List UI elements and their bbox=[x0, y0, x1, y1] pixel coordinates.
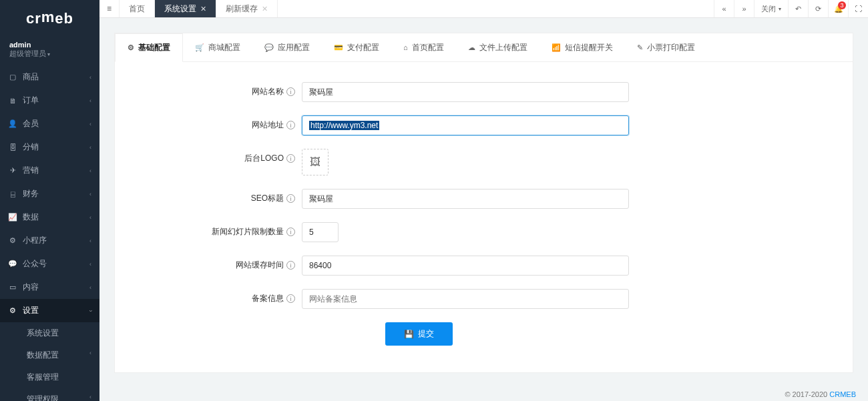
chevron-right-icon: ‹ bbox=[89, 74, 91, 81]
nav-item-data[interactable]: 📈数据‹ bbox=[0, 206, 99, 229]
close-dropdown[interactable]: 关闭▾ bbox=[754, 0, 788, 17]
ptab-label: 基础配置 bbox=[138, 42, 170, 53]
sub-item-data-config[interactable]: 数据配置‹ bbox=[0, 344, 99, 366]
label-seo-title: SEO标题i bbox=[128, 189, 302, 204]
user-icon: 👤 bbox=[8, 119, 17, 128]
refresh-button[interactable]: ⟳ bbox=[808, 0, 828, 17]
sub-item-system-settings[interactable]: 系统设置 bbox=[0, 322, 99, 344]
chevron-right-icon: ‹ bbox=[89, 214, 91, 221]
sub-label: 数据配置 bbox=[27, 350, 59, 360]
notifications-button[interactable]: 🔔3 bbox=[828, 0, 848, 17]
input-seo-title[interactable] bbox=[302, 189, 629, 209]
user-block: admin 超级管理员▾ bbox=[0, 37, 99, 65]
nav-label: 分销 bbox=[23, 141, 39, 153]
ptab-basic[interactable]: ⚙基础配置 bbox=[115, 33, 183, 62]
user-role-label: 超级管理员 bbox=[9, 49, 46, 57]
chevron-right-icon: ‹ bbox=[89, 167, 91, 174]
send-icon: ✈ bbox=[8, 166, 17, 175]
info-icon[interactable]: i bbox=[286, 121, 295, 129]
chevron-right-icon: ‹ bbox=[89, 121, 91, 127]
nav-menu: ▢商品‹ 🗎订单‹ 👤会员‹ 🗄分销‹ ✈营销‹ ⌸财务‹ 📈数据‹ ⚙小程序‹… bbox=[0, 65, 99, 401]
info-icon[interactable]: i bbox=[286, 261, 295, 270]
nav-item-miniapp[interactable]: ⚙小程序‹ bbox=[0, 229, 99, 252]
info-icon[interactable]: i bbox=[286, 87, 295, 96]
label-site-name: 网站名称i bbox=[128, 82, 302, 97]
ptab-print[interactable]: ✎小票打印配置 bbox=[625, 33, 707, 61]
tab-home[interactable]: 首页 bbox=[120, 0, 155, 17]
nav-item-distribution[interactable]: 🗄分销‹ bbox=[0, 135, 99, 159]
nav-label: 商品 bbox=[23, 71, 39, 83]
footer: © 2017-2020 CRMEB bbox=[785, 390, 856, 398]
input-news-slide[interactable] bbox=[302, 222, 339, 242]
notification-badge: 3 bbox=[838, 1, 846, 9]
input-cache-time[interactable] bbox=[302, 256, 629, 276]
chevron-right-icon: ‹ bbox=[89, 238, 91, 244]
panel-tabs: ⚙基础配置 🛒商城配置 💬应用配置 💳支付配置 ⌂首页配置 ☁文件上传配置 📶短… bbox=[115, 33, 853, 62]
sub-item-permissions[interactable]: 管理权限‹ bbox=[0, 388, 99, 401]
tab-refresh-cache[interactable]: 刷新缓存✕ bbox=[216, 0, 278, 17]
save-icon: 💾 bbox=[404, 330, 414, 339]
pencil-icon: ✎ bbox=[637, 43, 643, 52]
nav-item-marketing[interactable]: ✈营销‹ bbox=[0, 159, 99, 182]
close-icon[interactable]: ✕ bbox=[262, 5, 268, 13]
close-icon[interactable]: ✕ bbox=[200, 5, 206, 13]
chat-icon: 💬 bbox=[264, 43, 274, 52]
info-icon[interactable]: i bbox=[286, 228, 295, 236]
upload-logo-button[interactable]: 🖼 bbox=[302, 149, 329, 175]
logo: crmeb bbox=[0, 0, 99, 37]
tab-label: 首页 bbox=[129, 3, 145, 15]
nav-label: 订单 bbox=[23, 95, 39, 106]
nav-label: 会员 bbox=[23, 118, 39, 129]
nav-item-members[interactable]: 👤会员‹ bbox=[0, 112, 99, 135]
nav-label: 内容 bbox=[23, 282, 39, 293]
cart-icon: 🛒 bbox=[195, 43, 204, 52]
sub-item-customer-service[interactable]: 客服管理 bbox=[0, 366, 99, 388]
nav-item-products[interactable]: ▢商品‹ bbox=[0, 65, 99, 89]
fullscreen-button[interactable]: ⛶ bbox=[848, 0, 868, 17]
fast-backward-button[interactable]: « bbox=[714, 0, 734, 17]
nav-label: 公众号 bbox=[23, 258, 47, 270]
ptab-label: 首页配置 bbox=[412, 42, 444, 53]
hamburger-button[interactable]: ≡ bbox=[99, 0, 120, 17]
info-icon[interactable]: i bbox=[286, 294, 295, 303]
chevron-right-icon: ‹ bbox=[89, 394, 91, 400]
nav-item-orders[interactable]: 🗎订单‹ bbox=[0, 89, 99, 112]
footer-brand-link[interactable]: CRMEB bbox=[829, 390, 856, 398]
chevron-right-icon: ‹ bbox=[89, 144, 91, 151]
main: ≡ 首页 系统设置✕ 刷新缓存✕ « » 关闭▾ ↶ ⟳ 🔔3 ⛶ ⚙基础配置 … bbox=[99, 0, 868, 401]
nav-item-settings[interactable]: ⚙设置› bbox=[0, 299, 99, 322]
nav-item-finance[interactable]: ⌸财务‹ bbox=[0, 182, 99, 206]
sidebar: crmeb admin 超级管理员▾ ▢商品‹ 🗎订单‹ 👤会员‹ 🗄分销‹ ✈… bbox=[0, 0, 99, 401]
input-beian[interactable] bbox=[302, 289, 629, 309]
nav-item-wechat[interactable]: 💬公众号‹ bbox=[0, 252, 99, 276]
wechat-icon: 💬 bbox=[8, 260, 17, 268]
topbar: ≡ 首页 系统设置✕ 刷新缓存✕ « » 关闭▾ ↶ ⟳ 🔔3 ⛶ bbox=[99, 0, 868, 18]
tab-label: 系统设置 bbox=[164, 3, 196, 15]
ptab-label: 商城配置 bbox=[208, 42, 240, 53]
undo-button[interactable]: ↶ bbox=[788, 0, 808, 17]
ptab-sms[interactable]: 📶短信提醒开关 bbox=[539, 33, 625, 61]
sub-label: 客服管理 bbox=[27, 372, 59, 382]
input-site-name[interactable] bbox=[302, 82, 629, 102]
label-beian: 备案信息i bbox=[128, 289, 302, 304]
ptab-pay[interactable]: 💳支付配置 bbox=[322, 33, 391, 61]
tab-system-settings[interactable]: 系统设置✕ bbox=[155, 0, 216, 17]
label-site-url: 网站地址i bbox=[128, 115, 302, 131]
nav-label: 营销 bbox=[23, 165, 39, 176]
footer-copyright: © 2017-2020 bbox=[785, 390, 829, 398]
ptab-app[interactable]: 💬应用配置 bbox=[252, 33, 322, 61]
ptab-home[interactable]: ⌂首页配置 bbox=[391, 33, 456, 61]
submit-button[interactable]: 💾提交 bbox=[385, 322, 453, 346]
ptab-upload[interactable]: ☁文件上传配置 bbox=[456, 33, 539, 61]
nav-label: 设置 bbox=[23, 305, 39, 316]
info-icon[interactable]: i bbox=[286, 194, 295, 203]
brand-text: crmeb bbox=[26, 10, 73, 27]
info-icon[interactable]: i bbox=[286, 154, 295, 163]
ptab-label: 短信提醒开关 bbox=[565, 42, 613, 53]
fast-forward-button[interactable]: » bbox=[734, 0, 754, 17]
image-icon: 🖼 bbox=[310, 156, 320, 168]
input-site-url[interactable]: http://www.ym3.net bbox=[302, 115, 629, 135]
nav-item-content[interactable]: ▭内容‹ bbox=[0, 276, 99, 299]
ptab-shop[interactable]: 🛒商城配置 bbox=[183, 33, 252, 61]
user-role[interactable]: 超级管理员▾ bbox=[9, 49, 90, 59]
